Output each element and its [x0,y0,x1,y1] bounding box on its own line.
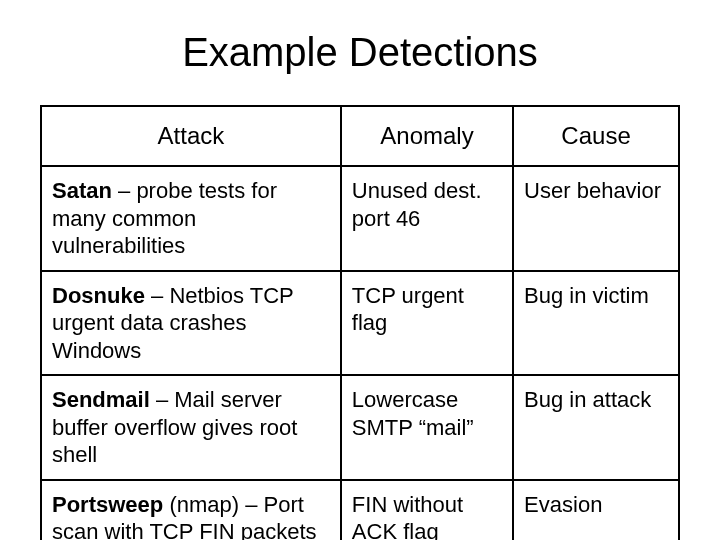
slide: Example Detections Attack Anomaly Cause … [0,0,720,540]
cell-attack: Sendmail – Mail server buffer overflow g… [41,375,341,480]
header-anomaly: Anomaly [341,106,513,166]
cell-cause: Bug in attack [513,375,679,480]
attack-name: Sendmail [52,387,150,412]
table-row: Dosnuke – Netbios TCP urgent data crashe… [41,271,679,376]
cell-anomaly: TCP urgent flag [341,271,513,376]
attack-name: Dosnuke [52,283,145,308]
attack-name: Portsweep [52,492,163,517]
cell-attack: Satan – probe tests for many common vuln… [41,166,341,271]
cell-anomaly: FIN without ACK flag [341,480,513,541]
cell-attack: Portsweep (nmap) – Port scan with TCP FI… [41,480,341,541]
header-attack: Attack [41,106,341,166]
cell-cause: Bug in victim [513,271,679,376]
cell-cause: Evasion [513,480,679,541]
header-cause: Cause [513,106,679,166]
attack-name: Satan [52,178,112,203]
table-row: Sendmail – Mail server buffer overflow g… [41,375,679,480]
slide-title: Example Detections [40,30,680,75]
table-header-row: Attack Anomaly Cause [41,106,679,166]
cell-anomaly: Unused dest. port 46 [341,166,513,271]
table-row: Portsweep (nmap) – Port scan with TCP FI… [41,480,679,541]
cell-cause: User behavior [513,166,679,271]
cell-attack: Dosnuke – Netbios TCP urgent data crashe… [41,271,341,376]
table-row: Satan – probe tests for many common vuln… [41,166,679,271]
cell-anomaly: Lowercase SMTP “mail” [341,375,513,480]
detections-table: Attack Anomaly Cause Satan – probe tests… [40,105,680,540]
